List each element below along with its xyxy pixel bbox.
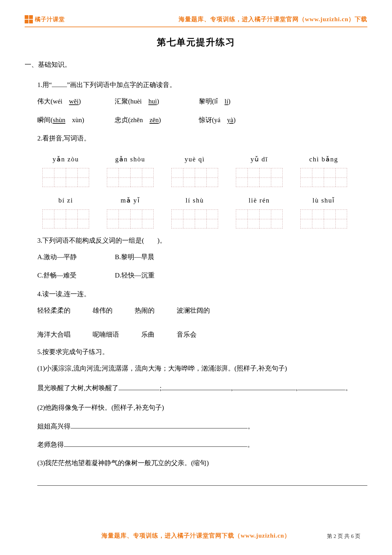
q1-item-liming: 黎明(lǐ lí) bbox=[199, 94, 231, 109]
q1-prompt-b: ”画出下列词语中加点字的正确读音。 bbox=[67, 81, 176, 89]
q2-pinyin: chì bǎng bbox=[300, 152, 347, 167]
fill-blank[interactable] bbox=[233, 383, 296, 390]
q5-p1-lead: 晨光唤醒了大树,大树唤醒了 bbox=[37, 384, 119, 392]
q1-blank[interactable] bbox=[52, 80, 67, 87]
q5-prompt: 5.按要求完成句子练习。 bbox=[25, 344, 367, 359]
q1-item-huiju: 汇聚(huèi huì) bbox=[115, 94, 197, 109]
q2-pinyin: yǔ dī bbox=[236, 152, 283, 167]
tianzige[interactable] bbox=[171, 168, 218, 187]
q3-option-c[interactable]: C.舒畅—难受 bbox=[37, 268, 113, 283]
q1-text: 大(wéi bbox=[44, 97, 69, 105]
brand-name: 橘子汁课堂 bbox=[35, 16, 65, 23]
fill-blank[interactable] bbox=[162, 383, 231, 390]
q1-text: 聚(huèi bbox=[121, 97, 148, 105]
q4-bottom-row: 海洋大合唱 呢喃细语 乐曲 音乐会 bbox=[25, 327, 367, 342]
q1-text: xùn) bbox=[65, 116, 84, 124]
header-link-text: 海量题库、专项训练，进入橘子汁课堂官网（www.juzizhi.cn）下载 bbox=[179, 15, 368, 23]
q4-top-item[interactable]: 热闹的 bbox=[135, 303, 155, 318]
tianzige[interactable] bbox=[107, 168, 154, 187]
q4-bottom-item[interactable]: 呢喃细语 bbox=[93, 327, 119, 342]
tianzige[interactable] bbox=[300, 168, 347, 187]
q2-grid-row1 bbox=[25, 168, 367, 187]
svg-rect-0 bbox=[25, 15, 28, 19]
tianzige[interactable] bbox=[171, 209, 218, 228]
q3-option-a[interactable]: A.激动—平静 bbox=[37, 249, 113, 265]
fill-blank[interactable] bbox=[298, 383, 345, 390]
tianzige[interactable] bbox=[300, 209, 347, 228]
q4-top-item[interactable]: 波澜壮阔的 bbox=[177, 303, 210, 318]
q2-pinyin: lí shù bbox=[171, 193, 218, 208]
page-footer: 海量题库、专项训练，进入橘子汁课堂官网下载（www.juzizhi.cn） 第 … bbox=[0, 532, 392, 540]
fill-blank[interactable] bbox=[64, 440, 247, 447]
footer-link-text: 海量题库、专项训练，进入橘子汁课堂官网下载（www.juzizhi.cn） bbox=[101, 532, 291, 540]
tianzige[interactable] bbox=[236, 168, 283, 187]
q4-top-item[interactable]: 轻轻柔柔的 bbox=[37, 303, 70, 318]
q2-pinyin: lù shuǐ bbox=[300, 193, 347, 208]
q4-prompt: 4.读一读,连一连。 bbox=[25, 286, 367, 302]
q1-dotchar: 瞬 bbox=[37, 116, 44, 124]
q2-pinyin-row1: yǎn zòu gǎn shòu yuè qì yǔ dī chì bǎng bbox=[25, 152, 367, 167]
q4-bottom-item[interactable]: 海洋大合唱 bbox=[37, 327, 70, 342]
q1-prompt: 1.用“”画出下列词语中加点字的正确读音。 bbox=[25, 77, 367, 92]
q2-pinyin: mǎ yǐ bbox=[107, 193, 154, 208]
q4-bottom-item[interactable]: 乐曲 bbox=[141, 327, 155, 342]
svg-rect-1 bbox=[29, 15, 33, 19]
q5-p2a-lead: 姐姐高兴得 bbox=[37, 422, 70, 430]
q5-p2a: 姐姐高兴得。 bbox=[25, 419, 367, 434]
tianzige[interactable] bbox=[107, 209, 154, 228]
q1-text: ) bbox=[79, 97, 81, 105]
q1-text: ) bbox=[233, 116, 236, 124]
q5-p2b-lead: 老师急得 bbox=[37, 441, 64, 448]
logo-icon bbox=[25, 15, 33, 23]
svg-rect-3 bbox=[29, 20, 33, 23]
q5-p2b: 老师急得。 bbox=[25, 437, 367, 452]
fill-blank-long[interactable] bbox=[37, 477, 367, 486]
q5-p3: (3)我茫茫然地望着凝神静气的像树一般兀立的父亲。(缩句) bbox=[25, 455, 367, 471]
q1-answer: huì bbox=[148, 97, 157, 105]
q1-answer: yà bbox=[227, 116, 233, 124]
q3-option-d[interactable]: D.轻快—沉重 bbox=[115, 268, 154, 283]
q2-grid-row2 bbox=[25, 209, 367, 228]
q1-dotchar: 黎 bbox=[199, 97, 205, 105]
page-header: 橘子汁课堂 海量题库、专项训练，进入橘子汁课堂官网（www.juzizhi.cn… bbox=[25, 15, 367, 23]
footer-page-number: 第 2 页 共 6 页 bbox=[327, 533, 360, 540]
q1-text: 间( bbox=[44, 116, 53, 124]
q2-pinyin: yǎn zòu bbox=[42, 152, 89, 167]
header-divider bbox=[25, 27, 367, 27]
q1-dotchar: 忠 bbox=[115, 116, 121, 124]
q5-p2: (2)他跑得像兔子一样快。(照样子,补充句子) bbox=[25, 400, 367, 415]
q5-p1: (1)小溪淙淙,流向河流;河流潺潺，流向大海；大海哗哗，汹涌澎湃。(照样子,补充… bbox=[25, 361, 367, 376]
q3-options-row2: C.舒畅—难受 D.轻快—沉重 bbox=[25, 268, 367, 283]
tianzige[interactable] bbox=[236, 209, 283, 228]
q1-text: ) bbox=[228, 97, 230, 105]
q1-text: 明(lǐ bbox=[205, 97, 225, 105]
q1-item-zhongzhen: 忠贞(zhēn zēn) bbox=[115, 112, 197, 128]
q1-item-weida: 伟大(wéi wěi) bbox=[37, 94, 113, 109]
q3-prompt: 3.下列词语不能构成反义词的一组是( )。 bbox=[25, 233, 367, 248]
fill-blank[interactable] bbox=[119, 383, 160, 390]
q1-text: ) bbox=[157, 97, 159, 105]
q2-pinyin: bí zi bbox=[42, 193, 89, 208]
q1-item-shunjian: 瞬间(shùn xùn) bbox=[37, 112, 113, 128]
svg-rect-2 bbox=[25, 20, 28, 23]
q1-prompt-a: 1.用“ bbox=[37, 81, 52, 89]
q1-answer: lí bbox=[224, 97, 228, 105]
q1-item-jingya: 惊讶(yá yà) bbox=[199, 112, 236, 128]
fill-blank[interactable] bbox=[70, 421, 248, 428]
q1-row2: 瞬间(shùn xùn) 忠贞(zhēn zēn) 惊讶(yá yà) bbox=[25, 112, 367, 128]
q3-options-row1: A.激动—平静 B.黎明—早晨 bbox=[25, 249, 367, 265]
q1-answer: shùn bbox=[53, 116, 65, 124]
q1-dotchar: 惊 bbox=[199, 116, 205, 124]
q4-bottom-item[interactable]: 音乐会 bbox=[177, 327, 197, 342]
q4-top-item[interactable]: 雄伟的 bbox=[93, 303, 113, 318]
tianzige[interactable] bbox=[42, 168, 89, 187]
q1-row1: 伟大(wéi wěi) 汇聚(huèi huì) 黎明(lǐ lí) bbox=[25, 94, 367, 109]
q1-answer: zēn bbox=[150, 116, 159, 124]
section-1-heading: 一、基础知识。 bbox=[25, 60, 367, 69]
worksheet-title: 第七单元提升练习 bbox=[25, 36, 367, 49]
q2-prompt: 2.看拼音,写词语。 bbox=[25, 131, 367, 146]
q3-option-b[interactable]: B.黎明—早晨 bbox=[115, 249, 154, 265]
q5-p1-fill: 晨光唤醒了大树,大树唤醒了;,,。 bbox=[25, 380, 367, 396]
tianzige[interactable] bbox=[42, 209, 89, 228]
q2-pinyin-row2: bí zi mǎ yǐ lí shù liè rén lù shuǐ bbox=[25, 193, 367, 208]
